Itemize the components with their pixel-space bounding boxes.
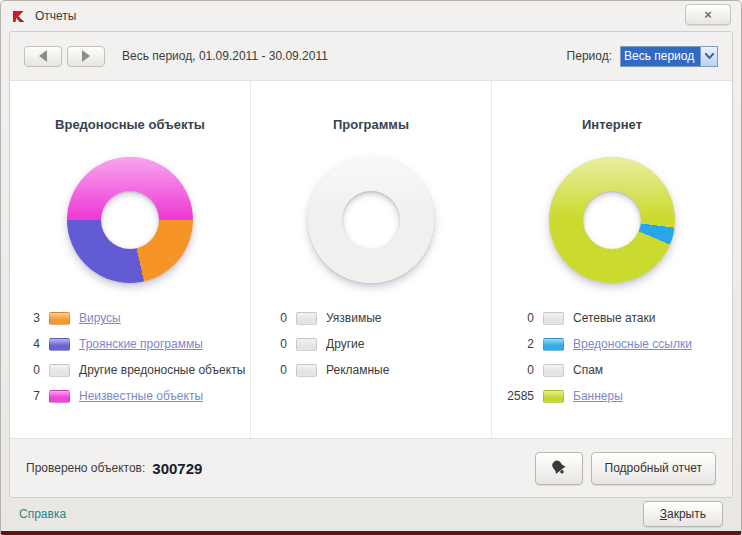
close-icon: ×: [704, 7, 712, 22]
legend-swatch-lime: [543, 390, 564, 403]
period-select[interactable]: Весь период: [620, 46, 718, 67]
legend-row: 0 Рекламные: [251, 357, 491, 383]
legend-value: 0: [251, 337, 287, 351]
legend-swatch-gray: [543, 312, 564, 325]
legend-value: 0: [251, 311, 287, 325]
kaspersky-logo-icon: [11, 8, 28, 25]
next-period-button[interactable]: [67, 46, 105, 67]
legend-row: 4 Троянские программы: [10, 331, 250, 357]
adware-label: Рекламные: [326, 363, 389, 377]
legend-row: 2585 Баннеры: [492, 383, 732, 409]
close-button-accel: З: [660, 507, 667, 521]
vulnerable-label: Уязвимые: [326, 311, 381, 325]
footer: Справка Закрыть: [1, 497, 741, 531]
reports-window: Отчеты × Весь период, 01.09.2011 - 30.09…: [0, 0, 742, 535]
chart-title: Вредоносные объекты: [10, 117, 250, 132]
period-label: Период:: [567, 49, 612, 63]
network-attacks-label: Сетевые атаки: [573, 311, 655, 325]
legend-swatch-magenta: [49, 390, 70, 403]
spam-label: Спам: [573, 363, 603, 377]
main-panel: Весь период, 01.09.2011 - 30.09.2011 Пер…: [9, 31, 733, 498]
legend-value: 2: [492, 337, 534, 351]
close-window-button[interactable]: ×: [685, 4, 731, 25]
legend-row: 0 Сетевые атаки: [492, 305, 732, 331]
legend-row: 0 Уязвимые: [251, 305, 491, 331]
charts-area: Вредоносные объекты 3 Вирусы 4 Троянские…: [10, 80, 732, 439]
combo-dropdown-button[interactable]: [700, 47, 717, 66]
bell-icon: [548, 457, 570, 479]
legend-swatch-gray: [296, 338, 317, 351]
legend-value: 0: [492, 311, 534, 325]
scanned-objects-value: 300729: [152, 460, 202, 477]
chevron-down-icon: [705, 53, 714, 59]
legend-value: 4: [10, 337, 40, 351]
notifications-button[interactable]: [535, 452, 583, 485]
chart-title: Программы: [251, 117, 491, 132]
legend-row: 0 Другие: [251, 331, 491, 357]
legend-row: 3 Вирусы: [10, 305, 250, 331]
legend: 0 Уязвимые 0 Другие 0 Рекламные: [251, 305, 491, 383]
legend-value: 3: [10, 311, 40, 325]
legend-value: 0: [251, 363, 287, 377]
left-arrow-icon: [39, 50, 47, 62]
internet-donut-chart: [549, 157, 675, 283]
legend-value: 2585: [492, 389, 534, 403]
legend-swatch-orange: [49, 312, 70, 325]
scanned-objects-label: Проверено объектов:: [26, 461, 145, 475]
toolbar: Весь период, 01.09.2011 - 30.09.2011 Пер…: [10, 32, 732, 80]
banners-link[interactable]: Баннеры: [573, 389, 623, 403]
period-selected-value: Весь период: [621, 47, 700, 66]
malicious-links-link[interactable]: Вредоносные ссылки: [573, 337, 692, 351]
other-malware-label: Другие вредоносные объекты: [79, 363, 245, 377]
title-bar: Отчеты ×: [1, 1, 741, 31]
legend-row: 0 Спам: [492, 357, 732, 383]
detailed-report-button[interactable]: Подробный отчет: [591, 452, 716, 485]
legend: 0 Сетевые атаки 2 Вредоносные ссылки 0 С…: [492, 305, 732, 409]
legend: 3 Вирусы 4 Троянские программы 0 Другие …: [10, 305, 250, 409]
legend-swatch-violet: [49, 338, 70, 351]
programs-donut-chart: [308, 157, 434, 283]
summary-bar: Проверено объектов: 300729 Подробный отч…: [10, 439, 732, 497]
other-programs-label: Другие: [326, 337, 364, 351]
chart-title: Интернет: [492, 117, 732, 132]
legend-row: 7 Неизвестные объекты: [10, 383, 250, 409]
period-range-text: Весь период, 01.09.2011 - 30.09.2011: [122, 49, 328, 63]
help-link[interactable]: Справка: [19, 507, 66, 521]
programs-column: Программы 0 Уязвимые 0 Другие 0: [250, 81, 491, 438]
legend-swatch-gray: [296, 364, 317, 377]
legend-value: 0: [492, 363, 534, 377]
malicious-objects-column: Вредоносные объекты 3 Вирусы 4 Троянские…: [10, 81, 250, 438]
legend-swatch-blue: [543, 338, 564, 351]
legend-value: 7: [10, 389, 40, 403]
detailed-report-label: Подробный отчет: [605, 461, 702, 475]
close-button-label: акрыть: [667, 507, 706, 521]
right-arrow-icon: [82, 50, 90, 62]
viruses-link[interactable]: Вирусы: [79, 311, 121, 325]
legend-swatch-gray: [296, 312, 317, 325]
legend-swatch-gray: [543, 364, 564, 377]
legend-row: 2 Вредоносные ссылки: [492, 331, 732, 357]
trojans-link[interactable]: Троянские программы: [79, 337, 203, 351]
malicious-objects-donut-chart: [67, 157, 193, 283]
legend-row: 0 Другие вредоносные объекты: [10, 357, 250, 383]
previous-period-button[interactable]: [24, 46, 62, 67]
close-dialog-button[interactable]: Закрыть: [643, 501, 723, 527]
legend-swatch-gray: [49, 364, 70, 377]
window-title: Отчеты: [35, 9, 76, 23]
internet-column: Интернет 0 Сетевые атаки 2 Вредоносные с…: [491, 81, 732, 438]
legend-value: 0: [10, 363, 40, 377]
unknown-objects-link[interactable]: Неизвестные объекты: [79, 389, 203, 403]
